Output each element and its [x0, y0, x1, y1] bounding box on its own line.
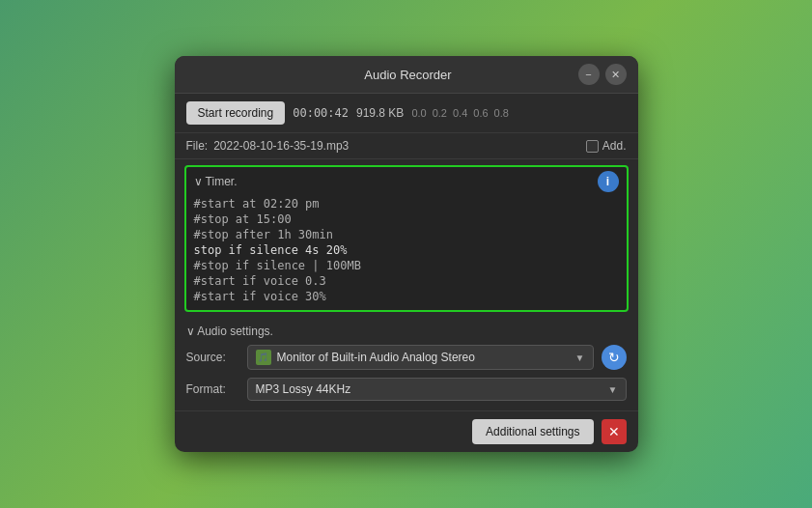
- timer-item-3: stop if silence 4s 20%: [194, 242, 619, 258]
- size-display: 919.8 KB: [356, 106, 404, 120]
- level-0: 0.0: [411, 107, 426, 119]
- source-icon: 🎵: [256, 350, 271, 365]
- source-label: Source:: [186, 351, 239, 364]
- close-button[interactable]: ✕: [605, 64, 627, 85]
- level-2: 0.4: [453, 107, 467, 119]
- source-chevron-icon: ▼: [575, 353, 585, 363]
- add-label: Add.: [602, 139, 627, 153]
- timer-item-2: #stop after 1h 30min: [194, 227, 619, 242]
- minimize-button[interactable]: −: [578, 64, 600, 85]
- timer-item-5: #start if voice 0.3: [194, 273, 619, 289]
- format-row: Format: MP3 Lossy 44KHz ▼: [186, 374, 627, 405]
- additional-settings-button[interactable]: Additional settings: [472, 419, 593, 444]
- source-select-inner: 🎵 Monitor of Built-in Audio Analog Stere…: [256, 350, 475, 365]
- timer-items-list: #start at 02:20 pm #stop at 15:00 #stop …: [186, 196, 627, 310]
- file-label: File:: [186, 139, 209, 153]
- level-4: 0.8: [494, 107, 509, 119]
- audio-section-header[interactable]: ∨ Audio settings.: [186, 322, 627, 341]
- level-3: 0.6: [473, 107, 488, 119]
- titlebar-buttons: − ✕: [578, 64, 627, 85]
- close-red-button[interactable]: ✕: [602, 419, 627, 444]
- format-select[interactable]: MP3 Lossy 44KHz ▼: [247, 378, 627, 401]
- audio-section: ∨ Audio settings. Source: 🎵 Monitor of B…: [175, 318, 638, 410]
- timer-item-0: #start at 02:20 pm: [194, 196, 619, 212]
- level-1: 0.2: [433, 107, 447, 119]
- refresh-button[interactable]: ↻: [602, 345, 627, 370]
- source-value: Monitor of Built-in Audio Analog Stereo: [277, 351, 475, 364]
- format-chevron-icon: ▼: [608, 384, 618, 395]
- file-name: 2022-08-10-16-35-19.mp3: [213, 139, 580, 153]
- main-window: Audio Recorder − ✕ Start recording 00:00…: [175, 56, 638, 452]
- titlebar: Audio Recorder − ✕: [175, 56, 638, 94]
- timer-section: ∨ Timer. i #start at 02:20 pm #stop at 1…: [184, 165, 629, 312]
- source-row: Source: 🎵 Monitor of Built-in Audio Anal…: [186, 341, 627, 374]
- source-select[interactable]: 🎵 Monitor of Built-in Audio Analog Stere…: [247, 345, 594, 370]
- format-label: Format:: [186, 382, 239, 396]
- add-button[interactable]: Add.: [586, 139, 627, 153]
- timer-item-1: #stop at 15:00: [194, 212, 619, 227]
- record-button[interactable]: Start recording: [186, 101, 286, 125]
- timer-title[interactable]: ∨ Timer.: [194, 175, 238, 188]
- timer-item-6: #start if voice 30%: [194, 289, 619, 304]
- timer-item-4: #stop if silence | 100MB: [194, 258, 619, 273]
- toolbar: Start recording 00:00:42 919.8 KB 0.0 0.…: [175, 94, 638, 133]
- window-title: Audio Recorder: [238, 68, 578, 82]
- bottom-bar: Additional settings ✕: [175, 410, 638, 452]
- level-indicators: 0.0 0.2 0.4 0.6 0.8: [411, 107, 508, 119]
- timer-header: ∨ Timer. i: [186, 167, 627, 196]
- format-value: MP3 Lossy 44KHz: [256, 382, 351, 396]
- file-row: File: 2022-08-10-16-35-19.mp3 Add.: [175, 133, 638, 159]
- info-button[interactable]: i: [598, 171, 619, 192]
- time-display: 00:00:42: [293, 106, 349, 120]
- add-checkbox[interactable]: [586, 140, 599, 153]
